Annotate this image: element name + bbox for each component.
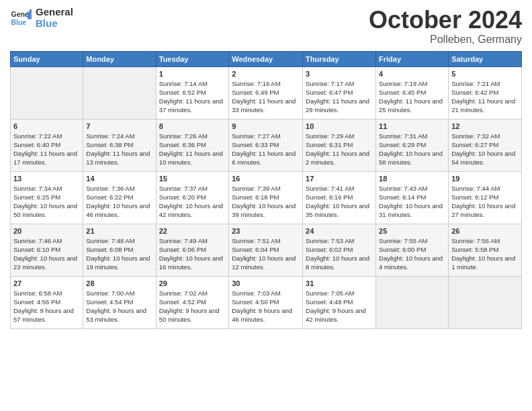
calendar-day-cell: 18Sunrise: 7:43 AMSunset: 6:14 PMDayligh… xyxy=(376,171,449,224)
day-info: Sunset: 6:31 PM xyxy=(306,141,373,150)
day-info: Sunrise: 7:03 AM xyxy=(232,289,300,298)
day-info: Sunrise: 7:14 AM xyxy=(159,80,226,89)
day-info: Daylight: 11 hours and 29 minutes. xyxy=(306,97,373,115)
day-info: Daylight: 10 hours and 1 minute. xyxy=(451,255,519,272)
day-info: Daylight: 10 hours and 31 minutes. xyxy=(379,202,445,220)
day-info: Sunset: 6:22 PM xyxy=(86,193,152,202)
calendar-day-cell: 10Sunrise: 7:29 AMSunset: 6:31 PMDayligh… xyxy=(303,119,376,171)
calendar-day-cell: 20Sunrise: 7:46 AMSunset: 6:10 PMDayligh… xyxy=(11,224,83,276)
calendar-day-cell: 8Sunrise: 7:26 AMSunset: 6:36 PMDaylight… xyxy=(156,119,229,171)
calendar-day-cell: 28Sunrise: 7:00 AMSunset: 4:54 PMDayligh… xyxy=(83,276,156,328)
calendar-week-row: 27Sunrise: 6:58 AMSunset: 4:56 PMDayligh… xyxy=(11,276,522,328)
day-number: 24 xyxy=(306,226,373,236)
calendar-day-cell: 23Sunrise: 7:51 AMSunset: 6:04 PMDayligh… xyxy=(229,224,303,276)
day-info: Daylight: 11 hours and 6 minutes. xyxy=(232,150,300,167)
calendar-day-cell: 30Sunrise: 7:03 AMSunset: 4:50 PMDayligh… xyxy=(229,276,303,328)
calendar-day-cell: 24Sunrise: 7:53 AMSunset: 6:02 PMDayligh… xyxy=(303,224,376,276)
calendar-header-row: SundayMondayTuesdayWednesdayThursdayFrid… xyxy=(11,51,522,66)
day-number: 14 xyxy=(86,174,152,184)
day-info: Sunrise: 7:44 AM xyxy=(451,185,519,193)
day-number: 23 xyxy=(232,226,300,236)
day-info: Daylight: 10 hours and 58 minutes. xyxy=(379,150,445,167)
day-info: Sunrise: 7:55 AM xyxy=(379,237,445,246)
day-info: Sunset: 6:40 PM xyxy=(13,141,80,150)
calendar-day-cell: 3Sunrise: 7:17 AMSunset: 6:47 PMDaylight… xyxy=(303,66,376,119)
day-info: Daylight: 10 hours and 35 minutes. xyxy=(306,202,373,220)
logo-general: General xyxy=(36,7,73,18)
day-number: 30 xyxy=(232,279,300,289)
calendar-day-cell: 2Sunrise: 7:16 AMSunset: 6:49 PMDaylight… xyxy=(229,66,303,119)
calendar-day-cell: 25Sunrise: 7:55 AMSunset: 6:00 PMDayligh… xyxy=(376,224,449,276)
day-info: Daylight: 11 hours and 25 minutes. xyxy=(379,97,445,115)
day-number: 11 xyxy=(379,122,445,132)
day-info: Sunrise: 7:53 AM xyxy=(306,237,373,246)
calendar-day-cell: 14Sunrise: 7:36 AMSunset: 6:22 PMDayligh… xyxy=(83,171,156,224)
day-number: 5 xyxy=(451,69,519,79)
day-info: Sunrise: 7:26 AM xyxy=(159,132,226,141)
day-info: Sunset: 6:27 PM xyxy=(451,141,519,150)
day-info: Sunrise: 7:05 AM xyxy=(306,289,373,298)
day-info: Sunset: 6:08 PM xyxy=(86,246,152,255)
day-info: Daylight: 10 hours and 42 minutes. xyxy=(159,202,226,220)
logo-blue: Blue xyxy=(36,18,73,30)
day-info: Sunrise: 7:21 AM xyxy=(451,80,519,89)
day-info: Daylight: 9 hours and 46 minutes. xyxy=(232,307,300,324)
day-info: Sunset: 6:49 PM xyxy=(232,89,300,97)
day-number: 19 xyxy=(451,174,519,184)
day-info: Sunrise: 7:51 AM xyxy=(232,237,300,246)
day-number: 12 xyxy=(451,122,519,132)
day-info: Daylight: 11 hours and 21 minutes. xyxy=(451,97,519,115)
day-number: 22 xyxy=(159,226,226,236)
day-info: Daylight: 10 hours and 8 minutes. xyxy=(306,255,373,272)
day-number: 20 xyxy=(13,226,80,236)
day-info: Sunset: 6:38 PM xyxy=(86,141,152,150)
day-info: Daylight: 11 hours and 10 minutes. xyxy=(159,150,226,167)
day-info: Sunset: 5:58 PM xyxy=(451,246,519,255)
day-number: 8 xyxy=(159,122,226,132)
day-info: Sunrise: 7:00 AM xyxy=(86,289,152,298)
day-number: 27 xyxy=(13,279,80,289)
day-info: Daylight: 10 hours and 19 minutes. xyxy=(86,255,152,272)
day-info: Daylight: 10 hours and 16 minutes. xyxy=(159,255,226,272)
day-info: Daylight: 11 hours and 17 minutes. xyxy=(13,150,80,167)
day-info: Sunrise: 7:17 AM xyxy=(306,80,373,89)
day-info: Sunrise: 7:31 AM xyxy=(379,132,445,141)
calendar-day-cell: 22Sunrise: 7:49 AMSunset: 6:06 PMDayligh… xyxy=(156,224,229,276)
calendar-day-cell: 11Sunrise: 7:31 AMSunset: 6:29 PMDayligh… xyxy=(376,119,449,171)
day-info: Daylight: 10 hours and 23 minutes. xyxy=(13,255,80,272)
day-info: Sunrise: 7:34 AM xyxy=(13,185,80,193)
day-number: 28 xyxy=(86,279,152,289)
day-of-week-header: Tuesday xyxy=(156,51,229,66)
day-info: Sunset: 6:33 PM xyxy=(232,141,300,150)
day-of-week-header: Thursday xyxy=(303,51,376,66)
day-of-week-header: Wednesday xyxy=(229,51,303,66)
day-of-week-header: Monday xyxy=(83,51,156,66)
calendar-day-cell xyxy=(83,66,156,119)
day-info: Sunrise: 7:56 AM xyxy=(451,237,519,246)
day-info: Sunrise: 7:32 AM xyxy=(451,132,519,141)
calendar-week-row: 13Sunrise: 7:34 AMSunset: 6:25 PMDayligh… xyxy=(11,171,522,224)
day-info: Sunrise: 7:29 AM xyxy=(306,132,373,141)
day-number: 21 xyxy=(86,226,152,236)
title-block: October 2024 Polleben, Germany xyxy=(369,7,522,46)
calendar-day-cell: 15Sunrise: 7:37 AMSunset: 6:20 PMDayligh… xyxy=(156,171,229,224)
logo: General Blue General Blue xyxy=(10,7,73,29)
day-number: 26 xyxy=(451,226,519,236)
calendar-day-cell: 29Sunrise: 7:02 AMSunset: 4:52 PMDayligh… xyxy=(156,276,229,328)
day-info: Daylight: 10 hours and 54 minutes. xyxy=(451,150,519,167)
day-info: Sunrise: 7:46 AM xyxy=(13,237,80,246)
day-info: Sunset: 6:00 PM xyxy=(379,246,445,255)
day-info: Sunset: 6:10 PM xyxy=(13,246,80,255)
calendar-day-cell: 12Sunrise: 7:32 AMSunset: 6:27 PMDayligh… xyxy=(449,119,522,171)
day-info: Daylight: 10 hours and 39 minutes. xyxy=(232,202,300,220)
day-info: Daylight: 9 hours and 50 minutes. xyxy=(159,307,226,324)
day-info: Daylight: 11 hours and 2 minutes. xyxy=(306,150,373,167)
day-number: 31 xyxy=(306,279,373,289)
day-info: Sunrise: 7:22 AM xyxy=(13,132,80,141)
calendar-day-cell: 7Sunrise: 7:24 AMSunset: 6:38 PMDaylight… xyxy=(83,119,156,171)
calendar-table: SundayMondayTuesdayWednesdayThursdayFrid… xyxy=(10,51,522,329)
calendar-week-row: 6Sunrise: 7:22 AMSunset: 6:40 PMDaylight… xyxy=(11,119,522,171)
page-container: General Blue General Blue October 2024 P… xyxy=(0,0,532,332)
day-info: Sunrise: 7:36 AM xyxy=(86,185,152,193)
day-of-week-header: Friday xyxy=(376,51,449,66)
